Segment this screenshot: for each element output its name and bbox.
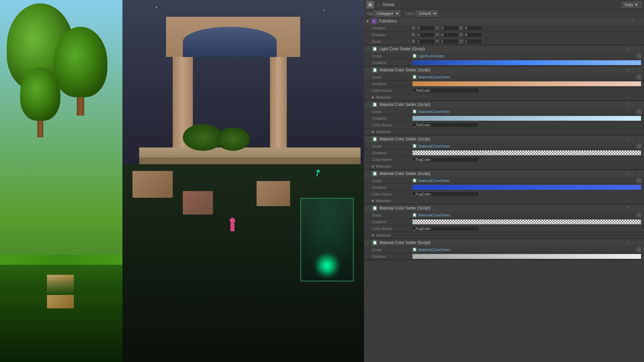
- mat-1-script-select-btn[interactable]: ⊙: [637, 75, 641, 79]
- mat-3-gradient-row: Gradient: [364, 149, 644, 156]
- mat-1-color-name-label: Color Name: [372, 88, 412, 93]
- static-label: Static ▼: [625, 3, 638, 7]
- mat-1-script-icon: 📄: [412, 75, 417, 79]
- light-overflow-btn[interactable]: ⋮: [637, 46, 642, 52]
- mat-5-gradient-bar[interactable]: [412, 219, 641, 225]
- position-values: X Y Z: [412, 25, 641, 31]
- mat-3-script-ref: 📄 MaterialColorSetter ⊙: [412, 144, 641, 148]
- light-script-select-btn[interactable]: ⊙: [637, 54, 641, 58]
- light-color-setter-header[interactable]: ✓ 📄 Light Color Setter (Script) ? ⋮ ⋮: [364, 45, 644, 53]
- bush-2: [216, 127, 250, 151]
- rotation-y-input[interactable]: [440, 32, 459, 38]
- mat-1-script-label: Script: [372, 75, 412, 79]
- mat-1-settings-btn[interactable]: ⋮: [631, 67, 636, 73]
- mat-3-settings-btn[interactable]: ⋮: [631, 136, 636, 142]
- mat-4-script-select-btn[interactable]: ⊙: [637, 178, 641, 183]
- mat-2-overflow-btn[interactable]: ⋮: [637, 102, 642, 107]
- mat-2-enabled: ✓: [366, 102, 369, 107]
- stone-2: [183, 191, 213, 215]
- light-gradient-bar[interactable]: [412, 60, 641, 65]
- mat-1-script-ref: 📄 MaterialColorSetter ⊙: [412, 75, 641, 79]
- mat-2-script-icon: 📄: [412, 109, 417, 114]
- arch-opening: [183, 27, 277, 57]
- mat-3-help-btn[interactable]: ?: [625, 136, 630, 142]
- position-label: Position: [372, 26, 412, 30]
- mat-color-setter-4-header[interactable]: ✓ 📄 Material Color Setter (Script) ? ⋮ ⋮: [364, 170, 644, 177]
- rotation-x-field: X: [412, 32, 435, 38]
- mat-3-script-select-btn[interactable]: ⊙: [637, 144, 641, 148]
- scale-z-label: Z: [460, 40, 463, 43]
- mat-6-overflow-btn[interactable]: ⋮: [637, 240, 642, 245]
- mat-3-gradient-bar[interactable]: [412, 150, 641, 156]
- mat-color-setter-5-header[interactable]: ✓ 📄 Material Color Setter (Script) ? ⋮ ⋮: [364, 204, 644, 212]
- mat-color-setter-5-section: ✓ 📄 Material Color Setter (Script) ? ⋮ ⋮…: [364, 204, 644, 239]
- mat-2-gradient-bar[interactable]: [412, 116, 641, 121]
- scale-row: Scale X Y Z: [364, 38, 644, 45]
- transform-collapse-arrow: ▼: [366, 19, 369, 23]
- mat-4-settings-btn[interactable]: ⋮: [631, 171, 636, 176]
- mat-6-script-icon: 📄: [412, 247, 417, 252]
- mat-6-help-btn[interactable]: ?: [625, 240, 630, 245]
- mat-4-color-name-input[interactable]: [412, 191, 479, 197]
- mat-color-setter-3-header[interactable]: ✓ 📄 Material Color Setter (Script) ? ⋮ ⋮: [364, 135, 644, 143]
- mat-color-setter-3-section: ✓ 📄 Material Color Setter (Script) ? ⋮ ⋮…: [364, 135, 644, 170]
- mat-5-materials-collapse: ▶: [372, 233, 375, 237]
- position-x-input[interactable]: [416, 25, 435, 31]
- tree-3: [20, 67, 60, 134]
- pos-y-label: Y: [436, 26, 439, 30]
- layer-dropdown[interactable]: Default: [416, 10, 438, 16]
- mat-3-materials-row: ▶ Materials: [364, 163, 644, 170]
- mat-6-gradient-bar[interactable]: [412, 254, 641, 259]
- light-color-setter-enabled: ✓: [366, 47, 369, 51]
- transform-settings-btn[interactable]: ⋮: [637, 18, 642, 24]
- inspector-content[interactable]: ▼ ⊕ Transform ? ⋮ Position X Y: [364, 17, 644, 362]
- mat-2-gradient-row: Gradient: [364, 115, 644, 122]
- mat-2-color-name-input[interactable]: [412, 122, 479, 128]
- rotation-x-input[interactable]: [416, 32, 435, 38]
- mat-color-setter-1-header[interactable]: ✓ 📄 Material Color Setter (Script) ? ⋮ ⋮: [364, 66, 644, 74]
- scale-z-input[interactable]: [464, 39, 482, 44]
- mat-5-settings-btn[interactable]: ⋮: [631, 205, 636, 211]
- position-y-input[interactable]: [440, 25, 459, 31]
- mat-5-help-btn[interactable]: ?: [625, 205, 630, 211]
- mat-1-color-name-input[interactable]: [412, 88, 479, 93]
- mat-2-color-name-label: Color Name: [372, 123, 412, 127]
- mat-2-help-btn[interactable]: ?: [625, 102, 630, 107]
- light-color-setter-section: ✓ 📄 Light Color Setter (Script) ? ⋮ ⋮ Sc…: [364, 45, 644, 66]
- mat-color-setter-2-header[interactable]: ✓ 📄 Material Color Setter (Script) ? ⋮ ⋮: [364, 101, 644, 108]
- mat-4-script-name: MaterialColorSetter: [418, 179, 450, 183]
- global-label: Global: [383, 2, 394, 7]
- mat-2-script-ref: 📄 MaterialColorSetter ⊙: [412, 109, 641, 114]
- tag-dropdown[interactable]: Untagged: [374, 10, 400, 16]
- mat-color-setter-6-header[interactable]: ✓ 📄 Material Color Setter (Script) ? ⋮ ⋮: [364, 239, 644, 246]
- rotation-z-input[interactable]: [464, 32, 482, 38]
- scale-x-input[interactable]: [416, 39, 435, 44]
- transform-help-btn[interactable]: ?: [631, 18, 636, 24]
- mat-1-gradient-bar[interactable]: [412, 81, 641, 86]
- light-settings-btn[interactable]: ⋮: [631, 46, 636, 52]
- mat-5-script-select-btn[interactable]: ⊙: [637, 213, 641, 218]
- mat-5-color-name-input[interactable]: [412, 226, 479, 231]
- mat-5-overflow-btn[interactable]: ⋮: [637, 205, 642, 211]
- mat-3-script-label: Script: [372, 144, 412, 148]
- mat-2-script-select-btn[interactable]: ⊙: [637, 109, 641, 114]
- light-help-btn[interactable]: ?: [625, 46, 630, 52]
- mat-6-script-select-btn[interactable]: ⊙: [637, 247, 641, 252]
- tree-top-2: [54, 27, 107, 97]
- position-z-input[interactable]: [464, 25, 482, 31]
- mat-4-help-btn[interactable]: ?: [625, 171, 630, 176]
- mat-3-overflow-btn[interactable]: ⋮: [637, 136, 642, 142]
- mat-6-settings-btn[interactable]: ⋮: [631, 240, 636, 245]
- mat-3-color-name-input[interactable]: [412, 157, 479, 162]
- mat-3-gradient-label: Gradient: [372, 151, 412, 155]
- scale-y-input[interactable]: [440, 39, 459, 44]
- mat-6-icon: 📄: [372, 240, 377, 245]
- mat-4-overflow-btn[interactable]: ⋮: [637, 171, 642, 176]
- mat-2-settings-btn[interactable]: ⋮: [631, 102, 636, 107]
- mat-1-help-btn[interactable]: ?: [625, 67, 630, 73]
- mat-1-overflow-btn[interactable]: ⋮: [637, 67, 642, 73]
- mat-4-gradient-bar[interactable]: [412, 185, 641, 190]
- transform-header[interactable]: ▼ ⊕ Transform ? ⋮: [364, 17, 644, 25]
- tree-trunk-3: [37, 121, 43, 137]
- static-button[interactable]: Static ▼: [622, 2, 641, 8]
